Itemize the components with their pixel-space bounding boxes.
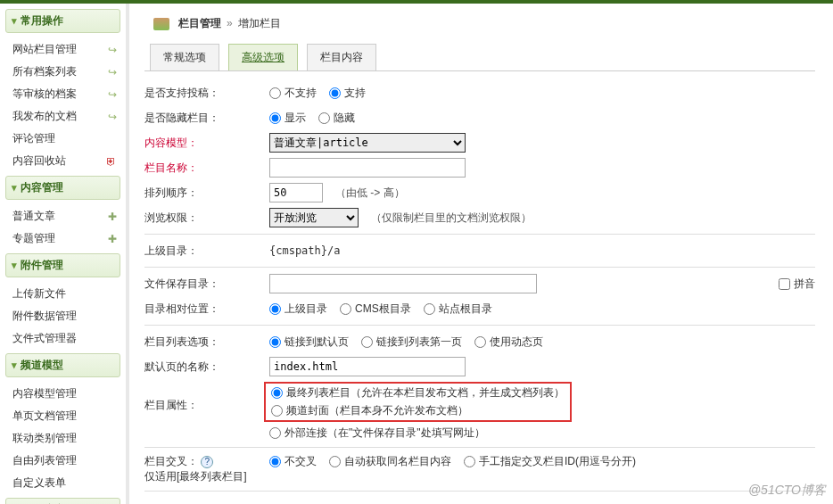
label-submit: 是否支持投稿： xyxy=(144,86,269,101)
arrow-icon: ↪ xyxy=(108,111,117,123)
radio-relpos-a[interactable] xyxy=(269,303,281,315)
radio-listopt-c[interactable] xyxy=(474,336,486,348)
radio-attr-c[interactable] xyxy=(269,427,281,439)
main-content: 栏目管理»增加栏目 常规选项 高级选项 栏目内容 是否支持投稿： 不支持 支持 … xyxy=(127,4,833,504)
add-icon: ✚ xyxy=(108,211,117,223)
select-model[interactable]: 普通文章|article xyxy=(269,133,466,153)
crumb-sep: » xyxy=(227,17,233,29)
add-icon: ✚ xyxy=(108,233,117,245)
side-group-attach[interactable]: 附件管理 xyxy=(5,253,120,277)
arrow-icon: ↪ xyxy=(108,66,117,78)
side-group-batch[interactable]: 批量维护 xyxy=(5,498,120,504)
label-cross: 栏目交叉： ? 仅适用[最终列表栏目] xyxy=(144,454,269,484)
label-browse: 浏览权限： xyxy=(144,211,269,226)
tabs: 常规选项 高级选项 栏目内容 xyxy=(144,44,815,71)
side-item[interactable]: 联动类别管理 xyxy=(0,427,126,450)
book-icon xyxy=(153,18,169,30)
label-attr: 栏目属性： xyxy=(144,382,269,413)
shield-icon: ⛨ xyxy=(106,155,117,168)
side-item[interactable]: 等审核的档案↪ xyxy=(0,83,126,105)
side-item[interactable]: 普通文章✚ xyxy=(0,205,126,227)
sidebar: 常用操作 网站栏目管理↪ 所有档案列表↪ 等审核的档案↪ 我发布的文档↪ 评论管… xyxy=(0,4,127,504)
label-defpage: 默认页的名称： xyxy=(144,359,269,375)
label-relpos: 目录相对位置： xyxy=(144,302,269,317)
cross-note: 仅适用[最终列表栏目] xyxy=(144,470,247,483)
side-item[interactable]: 内容回收站⛨ xyxy=(0,150,126,172)
radio-listopt-b[interactable] xyxy=(361,336,373,348)
arrow-icon: ↪ xyxy=(108,88,117,101)
radio-listopt-a[interactable] xyxy=(269,336,281,348)
side-item[interactable]: 所有档案列表↪ xyxy=(0,61,126,83)
crumb-a[interactable]: 栏目管理 xyxy=(178,17,221,29)
label-name: 栏目名称： xyxy=(144,161,269,176)
side-item[interactable]: 上传新文件 xyxy=(0,283,126,305)
radio-cross-b[interactable] xyxy=(329,456,341,467)
side-item[interactable]: 附件数据管理 xyxy=(0,305,126,327)
parent-value: {cmspath}/a xyxy=(269,244,340,257)
label-model: 内容模型： xyxy=(144,136,269,151)
side-group-common[interactable]: 常用操作 xyxy=(5,9,120,33)
label-savepath: 文件保存目录： xyxy=(144,277,269,292)
side-item[interactable]: 文件式管理器 xyxy=(0,327,126,350)
input-savepath[interactable] xyxy=(269,274,537,293)
attr-highlight-box: 最终列表栏目（允许在本栏目发布文档，并生成文档列表） 频道封面（栏目本身不允许发… xyxy=(264,382,572,422)
input-name[interactable] xyxy=(269,158,466,178)
side-item[interactable]: 评论管理 xyxy=(0,128,126,150)
side-item[interactable]: 内容模型管理 xyxy=(0,383,126,405)
radio-attr-b[interactable] xyxy=(271,405,283,417)
side-group-content[interactable]: 内容管理 xyxy=(5,176,120,200)
tab-general[interactable]: 常规选项 xyxy=(150,44,219,70)
browse-note: （仅限制栏目里的文档浏览权限） xyxy=(371,211,532,226)
select-browse[interactable]: 开放浏览 xyxy=(269,208,359,227)
side-group-channel[interactable]: 频道模型 xyxy=(5,353,120,377)
radio-cross-c[interactable] xyxy=(464,456,475,467)
radio-relpos-c[interactable] xyxy=(424,303,435,315)
help-icon[interactable]: ? xyxy=(201,456,213,468)
arrow-icon: ↪ xyxy=(108,44,117,56)
side-item[interactable]: 我发布的文档↪ xyxy=(0,105,126,128)
checkbox-pinyin[interactable] xyxy=(779,278,790,290)
radio-submit-yes[interactable] xyxy=(329,87,341,99)
radio-submit-no[interactable] xyxy=(269,87,281,99)
order-note: （由低 -> 高） xyxy=(335,186,405,201)
watermark: @51CTO博客 xyxy=(748,483,826,499)
side-item[interactable]: 网站栏目管理↪ xyxy=(0,38,126,61)
label-listopt: 栏目列表选项： xyxy=(144,335,269,350)
radio-cross-a[interactable] xyxy=(269,456,281,467)
label-hidden: 是否隐藏栏目： xyxy=(144,111,269,126)
radio-attr-a[interactable] xyxy=(271,387,283,399)
tab-advanced[interactable]: 高级选项 xyxy=(228,44,298,70)
radio-hidden-hide[interactable] xyxy=(318,112,330,124)
input-order[interactable] xyxy=(269,183,323,202)
label-parent: 上级目录： xyxy=(144,244,269,259)
side-item[interactable]: 专题管理✚ xyxy=(0,227,126,250)
input-defpage[interactable] xyxy=(269,357,466,376)
side-item[interactable]: 单页文档管理 xyxy=(0,405,126,427)
side-item[interactable]: 自定义表单 xyxy=(0,472,126,494)
side-item[interactable]: 自由列表管理 xyxy=(0,450,126,472)
radio-relpos-b[interactable] xyxy=(340,303,351,315)
crumb-b: 增加栏目 xyxy=(238,17,281,29)
label-order: 排列顺序： xyxy=(144,186,269,201)
breadcrumb: 栏目管理»增加栏目 xyxy=(144,11,815,44)
radio-hidden-show[interactable] xyxy=(269,112,281,124)
tab-content[interactable]: 栏目内容 xyxy=(307,44,376,70)
